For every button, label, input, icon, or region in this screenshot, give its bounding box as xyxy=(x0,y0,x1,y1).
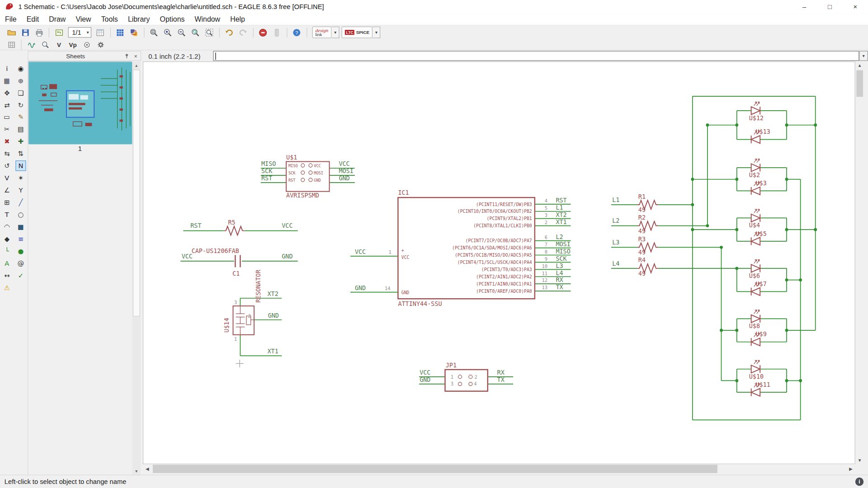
junction-dot[interactable] xyxy=(735,267,738,270)
status-info-icon[interactable]: i xyxy=(855,478,863,486)
part-c1[interactable]: CAP-US1206FAB C1 VCC GND xyxy=(182,248,293,277)
miter-tool-icon[interactable]: ∠ xyxy=(2,185,12,195)
schematic-text[interactable]: L4 xyxy=(612,260,619,267)
schematic-text[interactable]: (PCINT6/OC1A/SDA/MOSI/ADC6)PA6 xyxy=(452,245,532,250)
attribute-tool-icon[interactable]: @ xyxy=(15,258,26,268)
schematic-text[interactable]: MOSI xyxy=(556,241,570,248)
part-value[interactable]: AVRISPSMD xyxy=(286,192,319,199)
net-label[interactable]: GND xyxy=(420,376,430,383)
wire-tool-icon[interactable]: ╱ xyxy=(15,197,26,207)
scrollbar-thumb[interactable] xyxy=(133,70,140,316)
junction-dot[interactable] xyxy=(706,123,709,127)
menu-tools[interactable]: Tools xyxy=(96,14,123,24)
schematic-text[interactable]: SCK xyxy=(556,255,567,262)
junction-tool-icon[interactable]: ● xyxy=(15,246,26,256)
schematic-text[interactable]: (PCINT10/INT0/OC0A/CKOUT)PB2 xyxy=(458,209,532,214)
schematic-text[interactable]: R4 xyxy=(638,257,646,263)
menu-help[interactable]: Help xyxy=(225,14,250,24)
schematic-text[interactable]: U$13 xyxy=(755,128,770,135)
zoom-in-button[interactable] xyxy=(161,26,174,38)
schematic-text[interactable]: R2 xyxy=(638,214,646,221)
part-value[interactable]: ATTINY44-SSU xyxy=(398,300,442,307)
schematic-text[interactable]: 49 xyxy=(638,206,646,213)
junction-dot[interactable] xyxy=(720,246,723,249)
pin-pad[interactable] xyxy=(309,164,312,167)
net-label[interactable]: GND xyxy=(355,285,366,291)
split-tool-icon[interactable]: Y xyxy=(15,185,26,195)
pin-pad[interactable] xyxy=(458,382,462,386)
ltc-spice-dropdown[interactable]: ▾ xyxy=(373,27,380,38)
schematic-text[interactable]: U$3 xyxy=(755,180,766,187)
gateswap-tool-icon[interactable]: ↺ xyxy=(2,160,12,171)
schematic-text[interactable]: 13 xyxy=(542,285,548,290)
menu-window[interactable]: Window xyxy=(189,14,225,24)
schematic-text[interactable]: 49 xyxy=(638,228,646,235)
add-part-tool-icon[interactable]: ✚ xyxy=(15,136,26,146)
help-button[interactable]: ? xyxy=(290,26,303,38)
net-label[interactable]: GND xyxy=(282,253,292,260)
schematic-text[interactable]: 49 xyxy=(638,249,646,256)
pin-pad[interactable] xyxy=(301,178,305,182)
design-link-button[interactable]: design link xyxy=(312,27,331,38)
pin-pad[interactable] xyxy=(458,375,462,379)
horizontal-scrollbar[interactable]: ◀ ▶ xyxy=(143,464,855,474)
led-symbol[interactable] xyxy=(751,259,760,272)
junction-dot[interactable] xyxy=(814,228,817,231)
junction-dot[interactable] xyxy=(720,329,723,332)
scroll-up-arrow[interactable]: ▲ xyxy=(132,61,141,69)
schematic-text[interactable]: TX xyxy=(556,284,563,291)
junction-dot[interactable] xyxy=(735,123,738,127)
scrollbar-thumb[interactable] xyxy=(153,465,717,473)
arc-tool-icon[interactable]: ◠ xyxy=(2,221,12,232)
schematic-text[interactable]: R3 xyxy=(638,236,646,243)
schematic-text[interactable]: 5 xyxy=(545,205,547,211)
part-name[interactable]: JP1 xyxy=(446,362,457,369)
schematic-text[interactable]: (PCINT3/T0/ADC3)PA3 xyxy=(481,267,532,272)
led-symbol[interactable] xyxy=(751,310,760,323)
led-symbol[interactable] xyxy=(751,360,760,373)
menu-options[interactable]: Options xyxy=(155,14,190,24)
schematic-text[interactable]: L1 xyxy=(556,204,563,211)
part-u1-avrispsmd[interactable]: U$1 AVRISPSMD MISO SCK RST VCC MOSI GND … xyxy=(261,154,354,199)
net-label[interactable]: VCC xyxy=(339,160,349,167)
junction-dot[interactable] xyxy=(735,379,738,382)
smash-tool-icon[interactable]: ✶ xyxy=(15,173,26,183)
schematic-text[interactable]: 49 xyxy=(638,270,646,277)
schematic-text[interactable]: L2 xyxy=(556,234,563,240)
schematic-text[interactable]: 12 xyxy=(542,277,548,283)
zoom-fit-button[interactable] xyxy=(148,26,160,38)
schematic-text[interactable]: (PCINT4/T1/SCL/USCK/ADC4)PA4 xyxy=(458,260,532,265)
ltc-spice-button[interactable]: LTC SPICE xyxy=(342,27,373,38)
menu-file[interactable]: File xyxy=(0,14,22,24)
value-tool-icon[interactable]: V xyxy=(2,173,12,183)
display-tool-icon[interactable]: ▦ xyxy=(2,75,12,86)
net-label[interactable]: XT1 xyxy=(267,348,278,355)
mark-tool-icon[interactable]: ⊕ xyxy=(15,75,26,86)
save-button[interactable] xyxy=(19,26,32,38)
erc-tool-icon[interactable]: ✓ xyxy=(15,270,26,281)
schematic-text[interactable]: 11 xyxy=(542,271,548,276)
schematic-text[interactable]: 2 xyxy=(545,220,547,225)
schematic-text[interactable]: U$2 xyxy=(749,172,760,178)
net-label[interactable]: MISO xyxy=(261,160,276,167)
scroll-up-arrow[interactable]: ▲ xyxy=(856,61,863,69)
close-panel-icon[interactable]: × xyxy=(132,52,139,60)
schematic-text[interactable]: 8 xyxy=(545,249,547,254)
net-label[interactable]: VCC xyxy=(282,222,292,229)
junction-dot[interactable] xyxy=(785,123,788,127)
scrollbar-track[interactable] xyxy=(152,464,847,474)
zoom-out-button[interactable] xyxy=(175,26,188,38)
command-history-dropdown[interactable]: ▾ xyxy=(859,51,868,61)
sheet-selector[interactable]: 1/1 ▾ xyxy=(68,27,91,38)
circle-tool-icon[interactable]: ○ xyxy=(15,209,26,220)
schematic-text[interactable]: (PCINT11/RESET/DW)PB3 xyxy=(476,202,532,207)
part-ic1-attiny44[interactable]: IC1 ATTINY44-SSU VCC 1 + VCC GND 14 GND … xyxy=(355,189,571,307)
grid-settings-button[interactable] xyxy=(5,40,18,50)
vertical-scrollbar[interactable]: ▲ ▼ xyxy=(856,61,863,464)
pin-pad[interactable] xyxy=(301,171,305,174)
schematic-text[interactable]: XT1 xyxy=(556,219,566,225)
net-label[interactable]: VCC xyxy=(420,369,430,376)
redo-button[interactable] xyxy=(237,26,250,38)
schematic-text[interactable]: U$10 xyxy=(749,373,764,380)
schematic-text[interactable]: (PCINT2/AIN1/ADC2)PA2 xyxy=(476,274,532,279)
